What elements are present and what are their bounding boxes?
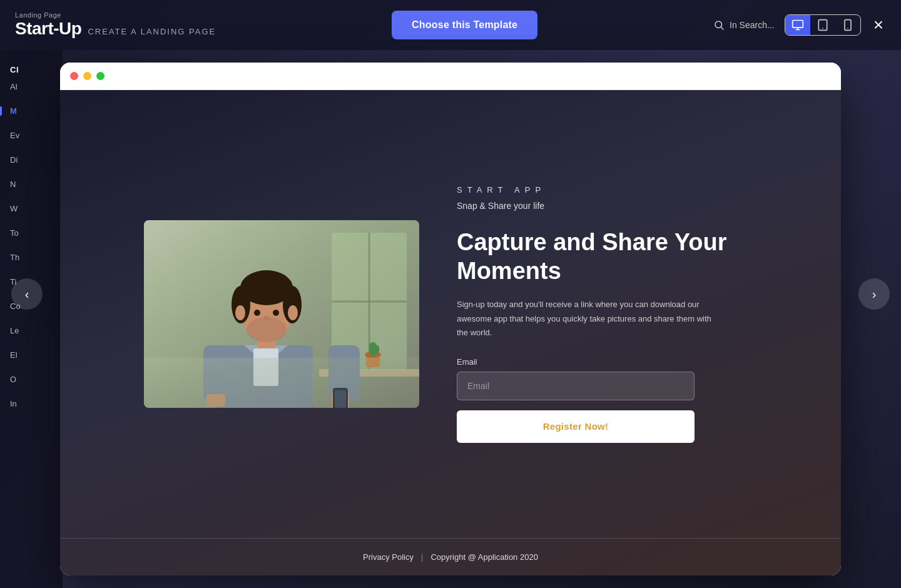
sidebar-item-o[interactable]: O xyxy=(10,375,63,384)
svg-rect-2 xyxy=(792,21,803,28)
tablet-device-button[interactable] xyxy=(810,15,835,35)
prev-nav-button[interactable]: ‹ xyxy=(11,278,43,310)
topbar-center: Choose this Template xyxy=(392,11,537,39)
choose-template-button[interactable]: Choose this Template xyxy=(392,11,537,39)
svg-point-31 xyxy=(288,305,298,320)
window-chrome xyxy=(60,63,841,90)
svg-rect-5 xyxy=(845,20,851,31)
svg-line-1 xyxy=(721,27,723,29)
svg-rect-35 xyxy=(144,358,419,408)
prev-arrow-icon: ‹ xyxy=(25,287,29,302)
brand-subtitle: Landing Page xyxy=(15,11,216,19)
app-tagline: Snap & Share your life xyxy=(457,201,757,211)
desktop-device-button[interactable] xyxy=(785,15,810,35)
sidebar-items: Al M Ev Di N W To Th Ti Co Le El O In xyxy=(10,82,63,408)
sidebar-item-to[interactable]: To xyxy=(10,228,63,238)
privacy-policy-link[interactable]: Privacy Policy xyxy=(363,552,414,562)
svg-rect-15 xyxy=(374,345,379,354)
footer-divider: | xyxy=(421,552,423,562)
topbar-right: In Search... × xyxy=(713,14,886,36)
close-button[interactable]: × xyxy=(871,14,886,36)
right-content: START APP Snap & Share your life Capture… xyxy=(457,185,757,442)
photo-container xyxy=(144,220,419,408)
template-content: START APP Snap & Share your life Capture… xyxy=(60,90,841,575)
sidebar-section-title: Cl xyxy=(10,65,63,74)
svg-point-32 xyxy=(247,317,287,342)
next-arrow-icon: › xyxy=(872,287,877,302)
svg-point-33 xyxy=(254,310,260,316)
svg-point-34 xyxy=(273,310,279,316)
window-maximize-dot[interactable] xyxy=(96,72,104,80)
sidebar-item-le[interactable]: Le xyxy=(10,326,63,335)
search-icon xyxy=(713,19,725,31)
copyright-text: Copyright @ Application 2020 xyxy=(430,552,537,562)
sidebar-item-ev[interactable]: Ev xyxy=(10,131,63,140)
description-text: Sign-up today and you'll receive a link … xyxy=(457,298,720,339)
tablet-icon xyxy=(817,19,829,31)
person-photo xyxy=(144,220,419,408)
search-label: In Search... xyxy=(730,20,775,30)
main-headline: Capture and Share Your Moments xyxy=(457,228,757,285)
sidebar-item-n[interactable]: N xyxy=(10,180,63,189)
register-button[interactable]: Register Now! xyxy=(457,410,695,443)
svg-point-4 xyxy=(822,28,823,29)
email-input[interactable] xyxy=(457,372,695,400)
next-nav-button[interactable]: › xyxy=(858,278,890,310)
svg-point-6 xyxy=(847,28,848,29)
svg-rect-3 xyxy=(818,20,827,31)
sidebar-item-w[interactable]: W xyxy=(10,204,63,213)
svg-point-0 xyxy=(715,21,722,28)
sidebar-item-in[interactable]: In xyxy=(10,399,63,408)
brand-name-row: Start-Up CREATE A LANDING PAGE xyxy=(15,19,216,39)
sidebar-item-th[interactable]: Th xyxy=(10,253,63,262)
svg-point-30 xyxy=(235,305,245,320)
window-minimize-dot[interactable] xyxy=(83,72,91,80)
window-close-dot[interactable] xyxy=(70,72,78,80)
device-switcher xyxy=(785,14,861,36)
modal-window: START APP Snap & Share your life Capture… xyxy=(60,63,841,575)
template-main: START APP Snap & Share your life Capture… xyxy=(60,90,841,538)
page-type-label: CREATE A LANDING PAGE xyxy=(88,27,216,36)
sidebar-item-al[interactable]: Al xyxy=(10,82,63,91)
brand-section: Landing Page Start-Up CREATE A LANDING P… xyxy=(15,11,216,39)
mobile-icon xyxy=(842,19,854,31)
top-bar: Landing Page Start-Up CREATE A LANDING P… xyxy=(0,0,901,50)
email-label: Email xyxy=(457,357,757,367)
sidebar-item-m[interactable]: M xyxy=(10,106,63,116)
brand-title: Start-Up xyxy=(15,19,81,39)
left-sidebar: Cl Al M Ev Di N W To Th Ti Co Le El O In xyxy=(0,50,63,588)
app-label: START APP xyxy=(457,185,757,195)
search-area: In Search... xyxy=(713,19,775,31)
template-footer: Privacy Policy | Copyright @ Application… xyxy=(60,538,841,575)
mobile-device-button[interactable] xyxy=(835,15,860,35)
sidebar-item-el[interactable]: El xyxy=(10,350,63,360)
sidebar-item-di[interactable]: Di xyxy=(10,155,63,165)
desktop-icon xyxy=(792,19,804,31)
